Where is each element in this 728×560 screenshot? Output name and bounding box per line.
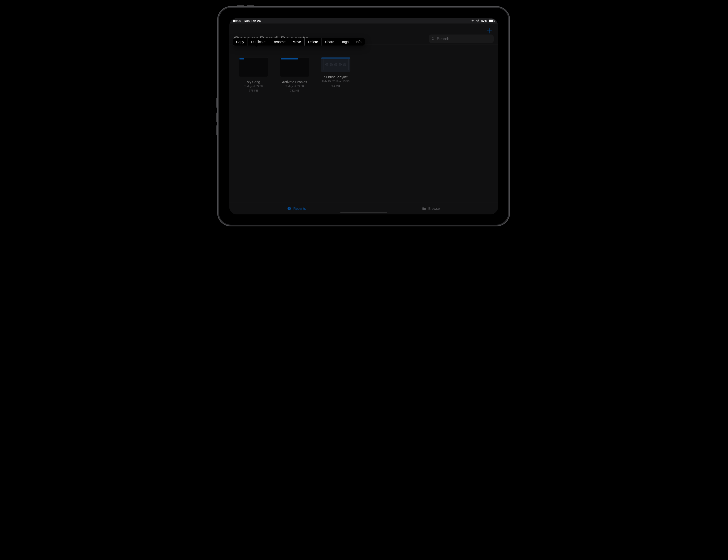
page-title: GarageBand Recents	[234, 35, 309, 43]
tab-browse-label: Browse	[428, 207, 440, 211]
status-date: Sun Feb 24	[244, 19, 261, 23]
file-thumbnail	[239, 57, 268, 77]
file-item[interactable]: Activate CroniosToday at 09:30732 KB	[279, 57, 310, 93]
svg-line-4	[434, 39, 434, 40]
battery-icon	[489, 20, 494, 22]
file-size: 775 KB	[249, 89, 258, 93]
add-button[interactable]	[486, 27, 493, 35]
device-frame: 09:39 Sun Feb 24 87%	[217, 6, 510, 227]
nav-header: GarageBand Recents	[229, 23, 498, 45]
status-time: 09:39	[233, 19, 241, 23]
file-thumbnail	[280, 57, 309, 77]
folder-icon	[422, 206, 426, 211]
file-item[interactable]: My SongToday at 09:38775 KB	[238, 57, 269, 93]
clock-icon	[287, 206, 291, 211]
file-name: Sunrise Playlist	[324, 75, 347, 79]
modal-overlay: CopyDuplicateRenameMoveDeleteShareTagsIn…	[229, 18, 498, 215]
battery-percent: 87%	[481, 19, 487, 23]
search-input[interactable]	[437, 37, 491, 41]
status-right: 87%	[471, 19, 494, 23]
file-thumbnail	[321, 57, 350, 72]
file-date: Today at 09:30	[285, 84, 304, 88]
status-bar: 09:39 Sun Feb 24 87%	[229, 18, 498, 24]
location-icon	[476, 19, 479, 23]
file-date: Today at 09:38	[244, 84, 263, 88]
popover-arrow-icon	[255, 45, 259, 47]
search-field[interactable]	[429, 35, 494, 43]
file-date: Feb 19, 2019 at 13:55	[322, 80, 350, 84]
wifi-icon	[471, 19, 475, 23]
file-name: Activate Cronios	[282, 80, 307, 84]
file-name: My Song	[247, 80, 260, 84]
file-grid: My SongToday at 09:38775 KBActivate Cron…	[238, 57, 490, 93]
file-size: 732 KB	[290, 89, 299, 93]
screen: 09:39 Sun Feb 24 87%	[229, 18, 498, 215]
home-indicator[interactable]	[340, 212, 387, 213]
file-size: 4.1 MB	[331, 84, 340, 88]
tab-recents-label: Recents	[293, 207, 306, 211]
file-item[interactable]: Sunrise PlaylistFeb 19, 2019 at 13:554.1…	[320, 57, 352, 88]
status-left: 09:39 Sun Feb 24	[233, 19, 261, 23]
search-icon	[431, 37, 435, 41]
svg-point-3	[432, 37, 434, 39]
